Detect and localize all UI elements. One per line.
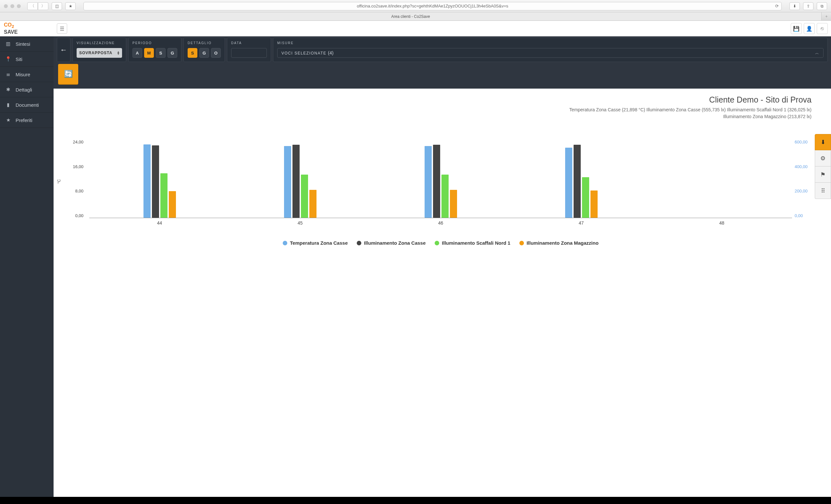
filter-data: DATA: [227, 38, 271, 62]
bar: [450, 190, 457, 218]
misure-select[interactable]: VOCI SELEZIONATE (4) ︿: [277, 48, 824, 58]
tabs-button[interactable]: ⧉: [817, 2, 827, 10]
dettaglio-option-O[interactable]: O: [211, 48, 221, 58]
bar: [301, 175, 308, 218]
bar: [284, 146, 291, 218]
filter-misure: MISURE VOCI SELEZIONATE (4) ︿: [273, 38, 828, 62]
chevron-updown-icon: ▴▾: [117, 51, 119, 55]
bar-group-46: 46: [370, 140, 511, 218]
legend-swatch: [283, 241, 287, 245]
bar-group-45: 45: [230, 140, 370, 218]
chart-subtitle: Temperatura Zona Casse (21,898 °C) Illum…: [565, 107, 811, 120]
save-button[interactable]: 💾: [791, 23, 802, 34]
bar: [169, 191, 176, 218]
window-max[interactable]: [17, 4, 21, 8]
periodo-option-S[interactable]: S: [156, 48, 166, 58]
viz-select[interactable]: SOVRAPPOSTA ▴▾: [77, 48, 122, 58]
date-input[interactable]: [231, 48, 267, 58]
sidebar-item-preferiti[interactable]: ★Preferiti: [0, 113, 54, 128]
bar: [565, 148, 572, 218]
url-text: officina.co2save.it/index.php?sc=gehthKd…: [357, 4, 508, 8]
chart-flag-button[interactable]: ⚑: [815, 167, 831, 183]
bar: [143, 144, 151, 218]
y-left-label: °C: [57, 179, 61, 183]
chart-grid-button[interactable]: ⠿: [815, 183, 831, 199]
brand-logo: CO2 SAVE: [4, 22, 18, 35]
bar: [574, 145, 581, 218]
nav-forward-button[interactable]: 〉: [38, 2, 48, 10]
bar-group-48: 48: [652, 140, 792, 218]
dettaglio-option-S[interactable]: S: [188, 48, 197, 58]
chart-title: Cliente Demo - Sito di Prova: [70, 95, 811, 105]
chevron-up-icon: ︿: [815, 50, 820, 56]
bar: [160, 173, 168, 218]
new-tab-button[interactable]: ＋: [821, 12, 831, 21]
list-icon: ≣: [5, 71, 11, 77]
filter-viz: VISUALIZZAZIONE SOVRAPPOSTA ▴▾: [73, 38, 126, 62]
logout-button[interactable]: ⎋: [817, 23, 828, 34]
window-close[interactable]: [4, 4, 8, 8]
chart: °C lx 24,0016,008,000,00 600,00400,00200…: [70, 140, 811, 227]
download-button[interactable]: ⬇: [790, 2, 800, 10]
periodo-option-A[interactable]: A: [133, 48, 142, 58]
legend-swatch: [435, 241, 439, 245]
window-min[interactable]: [10, 4, 14, 8]
sidebar: CO2 SAVE ▥Sintesi📍Siti≣Misure✱Dettagli▮D…: [0, 21, 54, 497]
url-bar[interactable]: officina.co2save.it/index.php?sc=gehthKd…: [83, 2, 782, 10]
pin-icon: 📍: [5, 56, 11, 62]
filter-back-button[interactable]: ←: [57, 38, 70, 62]
legend-item[interactable]: Illuminamento Zona Magazzino: [519, 240, 599, 246]
dettaglio-option-G[interactable]: G: [199, 48, 209, 58]
browser-tab[interactable]: Area clienti - Co2Save: [0, 13, 821, 21]
sidebar-item-misure[interactable]: ≣Misure: [0, 67, 54, 82]
bar: [441, 175, 449, 218]
legend-swatch: [519, 241, 524, 245]
legend-item[interactable]: Temperatura Zona Casse: [283, 240, 348, 246]
top-sites-button[interactable]: ★: [65, 2, 76, 10]
sidebar-item-documenti[interactable]: ▮Documenti: [0, 97, 54, 113]
bar: [591, 190, 598, 218]
download-chart-button[interactable]: ⬇: [815, 134, 831, 150]
legend-item[interactable]: Illuminamento Scaffali Nord 1: [435, 240, 510, 246]
share-button[interactable]: ⇪: [803, 2, 813, 10]
legend-item[interactable]: Illuminamento Zona Casse: [357, 240, 426, 246]
reload-icon[interactable]: ⟳: [775, 4, 779, 8]
chart-settings-button[interactable]: ⚙: [815, 150, 831, 167]
filter-periodo: PERIODO AMSG: [128, 38, 181, 62]
bar: [425, 146, 432, 218]
sidebar-toggle-button[interactable]: ◫: [52, 2, 62, 10]
refresh-button[interactable]: 🔄: [58, 64, 78, 84]
footer-strip: [0, 497, 831, 504]
bar: [433, 145, 440, 218]
bar: [292, 145, 299, 218]
bar-chart-icon: ▥: [5, 41, 11, 47]
sidebar-item-dettagli[interactable]: ✱Dettagli: [0, 82, 54, 97]
user-button[interactable]: 👤: [804, 23, 815, 34]
browser-titlebar: 〈 〉 ◫ ★ officina.co2save.it/index.php?sc…: [0, 0, 831, 12]
file-icon: ▮: [5, 102, 11, 108]
sidebar-item-siti[interactable]: 📍Siti: [0, 52, 54, 67]
periodo-option-M[interactable]: M: [144, 48, 154, 58]
chart-tool-rail: ⬇ ⚙ ⚑ ⠿: [815, 134, 831, 199]
tab-bar: Area clienti - Co2Save ＋: [0, 12, 831, 21]
periodo-option-G[interactable]: G: [168, 48, 177, 58]
legend-swatch: [357, 241, 361, 245]
nav-back-button[interactable]: 〈: [27, 2, 38, 10]
bar: [152, 145, 159, 218]
star-icon: ★: [5, 117, 11, 123]
sidebar-item-sintesi[interactable]: ▥Sintesi: [0, 36, 54, 52]
bar: [309, 190, 316, 218]
bar-group-44: 44: [89, 140, 230, 218]
bar-group-47: 47: [511, 140, 652, 218]
filter-dettaglio: DETTAGLIO SGO: [183, 38, 225, 62]
bar: [582, 177, 589, 218]
menu-toggle-button[interactable]: ☰: [57, 23, 67, 34]
asterisk-icon: ✱: [5, 87, 11, 92]
